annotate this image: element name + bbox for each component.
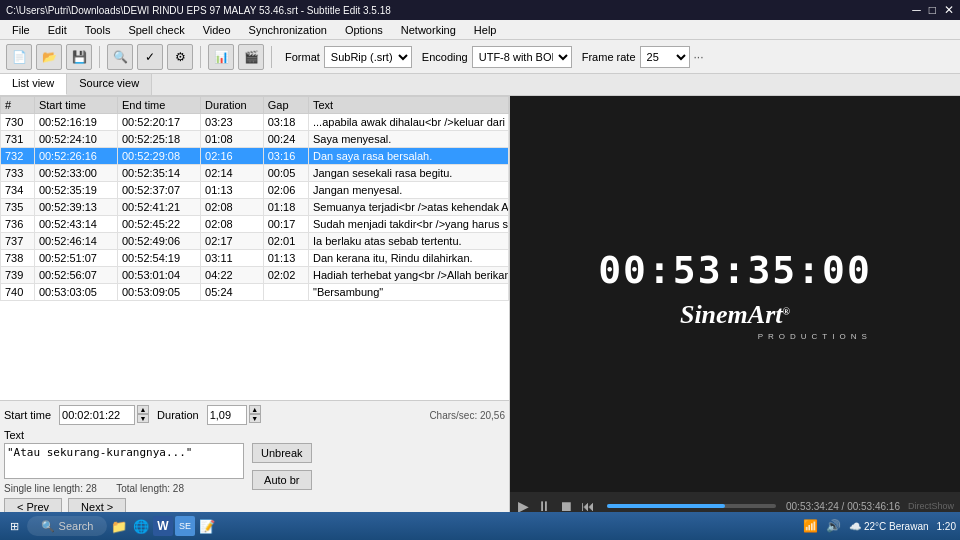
table-row[interactable]: 73400:52:35:1900:52:37:0701:1302:06Janga… <box>1 182 509 199</box>
table-row[interactable]: 73900:52:56:0700:53:01:0404:2202:02Hadia… <box>1 267 509 284</box>
file-explorer-icon[interactable]: 📁 <box>109 516 129 536</box>
duration-spinner[interactable]: ▲ ▼ <box>249 405 261 425</box>
cell-start: 00:52:33:00 <box>34 165 117 182</box>
cell-end: 00:52:20:17 <box>117 114 200 131</box>
menubar: FileEditToolsSpell checkVideoSynchroniza… <box>0 20 960 40</box>
waveform-icon[interactable]: 📊 <box>208 44 234 70</box>
settings-icon[interactable]: ⚙ <box>167 44 193 70</box>
separator2 <box>200 46 201 68</box>
separator3 <box>271 46 272 68</box>
taskbar: ⊞ 🔍 Search 📁 🌐 W SE 📝 📶 🔊 ☁️ 22°C Berawa… <box>0 512 960 540</box>
toolbar: 📄 📂 💾 🔍 ✓ ⚙ 📊 🎬 Format SubRip (.srt) Enc… <box>0 40 960 74</box>
new-file-icon[interactable]: 📄 <box>6 44 32 70</box>
weather-icon: ☁️ <box>849 521 861 532</box>
framerate-more-icon[interactable]: ··· <box>694 50 704 64</box>
menu-item-help[interactable]: Help <box>466 22 505 38</box>
menu-item-options[interactable]: Options <box>337 22 391 38</box>
menu-item-video[interactable]: Video <box>195 22 239 38</box>
menu-item-synchronization[interactable]: Synchronization <box>241 22 335 38</box>
cell-num: 740 <box>1 284 35 301</box>
minimize-button[interactable]: ─ <box>912 3 921 17</box>
maximize-button[interactable]: □ <box>929 3 936 17</box>
table-row[interactable]: 73000:52:16:1900:52:20:1703:2303:18...ap… <box>1 114 509 131</box>
cell-num: 733 <box>1 165 35 182</box>
format-label: Format <box>285 51 320 63</box>
cell-dur: 03:11 <box>201 250 264 267</box>
subtitle-edit-taskbar-icon[interactable]: SE <box>175 516 195 536</box>
menu-item-file[interactable]: File <box>4 22 38 38</box>
cell-gap: 03:18 <box>263 114 308 131</box>
cell-dur: 05:24 <box>201 284 264 301</box>
cell-start: 00:52:56:07 <box>34 267 117 284</box>
clock-time: 1:20 <box>937 521 956 532</box>
encoding-label: Encoding <box>422 51 468 63</box>
start-time-input[interactable] <box>59 405 135 425</box>
taskbar-right: 📶 🔊 ☁️ 22°C Berawan 1:20 <box>803 519 956 533</box>
start-time-down[interactable]: ▼ <box>137 414 149 423</box>
cell-dur: 01:08 <box>201 131 264 148</box>
save-icon[interactable]: 💾 <box>66 44 92 70</box>
cell-dur: 04:22 <box>201 267 264 284</box>
duration-up[interactable]: ▲ <box>249 405 261 414</box>
menu-item-edit[interactable]: Edit <box>40 22 75 38</box>
table-row[interactable]: 73500:52:39:1300:52:41:2102:0801:18Semua… <box>1 199 509 216</box>
edit-panel: Start time ▲ ▼ Duration ▲ ▼ Chars/ <box>0 400 509 520</box>
format-select[interactable]: SubRip (.srt) <box>324 46 412 68</box>
cell-dur: 01:13 <box>201 182 264 199</box>
tab-list-view[interactable]: List view <box>0 74 67 95</box>
text-input[interactable]: "Atau sekurang-kurangnya..." <box>4 443 244 479</box>
cell-gap: 02:02 <box>263 267 308 284</box>
table-row[interactable]: 74000:53:03:0500:53:09:0505:24"Bersambun… <box>1 284 509 301</box>
table-row[interactable]: 73600:52:43:1400:52:45:2202:0800:17Sudah… <box>1 216 509 233</box>
notepad-icon[interactable]: 📝 <box>197 516 217 536</box>
cell-start: 00:52:16:19 <box>34 114 117 131</box>
word-icon[interactable]: W <box>153 516 173 536</box>
framerate-select[interactable]: 25 <box>640 46 690 68</box>
browser-icon[interactable]: 🌐 <box>131 516 151 536</box>
sinemArt-logo: SinemArt® PRODUCTIONS <box>598 300 872 341</box>
cell-text: Jangan menyesal. <box>309 182 509 199</box>
start-time-up[interactable]: ▲ <box>137 405 149 414</box>
cell-gap: 01:18 <box>263 199 308 216</box>
auto-br-button[interactable]: Auto br <box>252 470 312 490</box>
edit-row1: Start time ▲ ▼ Duration ▲ ▼ Chars/ <box>4 405 505 425</box>
table-row[interactable]: 73700:52:46:1400:52:49:0602:1702:01Ia be… <box>1 233 509 250</box>
table-row[interactable]: 73200:52:26:1600:52:29:0802:1603:16Dan s… <box>1 148 509 165</box>
unbreak-button[interactable]: Unbreak <box>252 443 312 463</box>
table-row[interactable]: 73100:52:24:1000:52:25:1801:0800:24Saya … <box>1 131 509 148</box>
cell-text: Jangan sesekali rasa begitu. <box>309 165 509 182</box>
search-icon[interactable]: 🔍 <box>107 44 133 70</box>
spell-icon[interactable]: ✓ <box>137 44 163 70</box>
table-row[interactable]: 73800:52:51:0700:52:54:1903:1101:13Dan k… <box>1 250 509 267</box>
cell-gap <box>263 284 308 301</box>
start-time-spinner[interactable]: ▲ ▼ <box>137 405 149 425</box>
start-button[interactable]: ⊞ <box>4 518 25 535</box>
timecode-display: 00:53:35:00 SinemArt® PRODUCTIONS <box>598 248 872 341</box>
duration-input[interactable] <box>207 405 247 425</box>
directshow-label: DirectShow <box>908 501 954 511</box>
close-button[interactable]: ✕ <box>944 3 954 17</box>
cell-start: 00:52:43:14 <box>34 216 117 233</box>
open-file-icon[interactable]: 📂 <box>36 44 62 70</box>
menu-item-spell-check[interactable]: Spell check <box>120 22 192 38</box>
cell-text: Dan saya rasa bersalah. <box>309 148 509 165</box>
subtitle-table-wrapper[interactable]: # Start time End time Duration Gap Text … <box>0 96 509 400</box>
video-icon[interactable]: 🎬 <box>238 44 264 70</box>
video-progress[interactable] <box>607 504 776 508</box>
video-content: 00:53:35:00 SinemArt® PRODUCTIONS <box>510 96 960 492</box>
table-row[interactable]: 73300:52:33:0000:52:35:1402:1400:05Janga… <box>1 165 509 182</box>
network-icon[interactable]: 📶 <box>803 519 818 533</box>
menu-item-tools[interactable]: Tools <box>77 22 119 38</box>
search-taskbar[interactable]: 🔍 Search <box>27 516 107 536</box>
volume-icon[interactable]: 🔊 <box>826 519 841 533</box>
start-time-label: Start time <box>4 409 51 421</box>
cell-dur: 02:08 <box>201 199 264 216</box>
tab-source-view[interactable]: Source view <box>67 74 152 95</box>
duration-down[interactable]: ▼ <box>249 414 261 423</box>
cell-gap: 02:06 <box>263 182 308 199</box>
total-length-info: Total length: 28 <box>116 483 184 494</box>
search-taskbar-label[interactable]: Search <box>59 520 94 532</box>
menu-item-networking[interactable]: Networking <box>393 22 464 38</box>
cell-start: 00:52:24:10 <box>34 131 117 148</box>
encoding-select[interactable]: UTF-8 with BOM <box>472 46 572 68</box>
